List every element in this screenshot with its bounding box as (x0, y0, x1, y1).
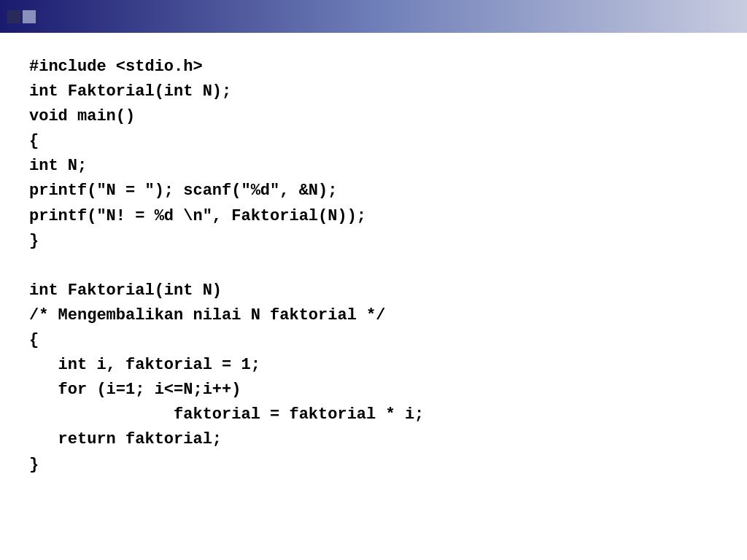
header-bar (0, 0, 747, 33)
header-decoration (7, 10, 36, 23)
code-block: #include <stdio.h> int Faktorial(int N);… (29, 55, 718, 478)
square-light-1 (23, 10, 36, 23)
square-dark-1 (7, 10, 20, 23)
code-container: #include <stdio.h> int Faktorial(int N);… (0, 33, 747, 492)
